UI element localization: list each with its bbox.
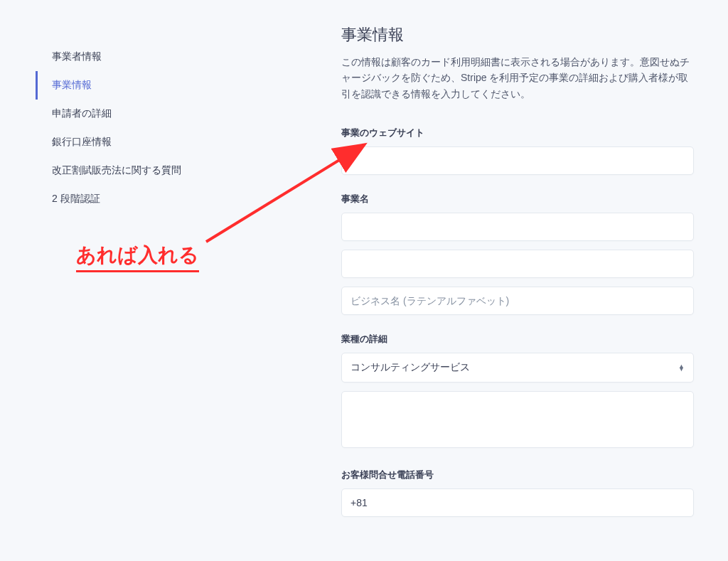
business-name-label: 事業名 bbox=[341, 193, 694, 205]
sidebar-item-label: 銀行口座情報 bbox=[52, 136, 112, 147]
business-category-value: コンサルティングサービス bbox=[350, 361, 470, 374]
sidebar-item-label: 事業情報 bbox=[52, 79, 92, 90]
sidebar-item-label: 2 段階認証 bbox=[52, 193, 100, 204]
business-name-latin-input[interactable] bbox=[341, 287, 694, 315]
page-description: この情報は顧客のカード利用明細書に表示される場合があります。意図せぬチャージバッ… bbox=[341, 54, 694, 102]
sidebar-item-business-owner[interactable]: 事業者情報 bbox=[36, 43, 320, 71]
business-description-textarea[interactable] bbox=[341, 391, 694, 448]
sidebar-item-two-factor-auth[interactable]: 2 段階認証 bbox=[36, 185, 320, 213]
business-name-secondary-input[interactable] bbox=[341, 250, 694, 278]
business-category-label: 業種の詳細 bbox=[341, 333, 694, 346]
sidebar-item-installment-law[interactable]: 改正割賦販売法に関する質問 bbox=[36, 156, 320, 185]
business-category-select[interactable]: コンサルティングサービス ▲ ▼ bbox=[341, 353, 694, 383]
sidebar-item-label: 事業者情報 bbox=[52, 50, 102, 62]
sidebar-nav: 事業者情報 事業情報 申請者の詳細 銀行口座情報 改正割賦販売法に関する質問 2… bbox=[36, 43, 320, 213]
annotation-text: あれば入れる bbox=[76, 242, 199, 272]
sidebar: 事業者情報 事業情報 申請者の詳細 銀行口座情報 改正割賦販売法に関する質問 2… bbox=[0, 14, 341, 535]
sidebar-item-business-info[interactable]: 事業情報 bbox=[36, 71, 320, 100]
chevron-updown-icon: ▲ ▼ bbox=[678, 365, 685, 371]
form-group-business-category: 業種の詳細 コンサルティングサービス ▲ ▼ bbox=[341, 333, 694, 451]
website-input[interactable] bbox=[341, 146, 694, 175]
phone-input[interactable] bbox=[341, 488, 694, 517]
sidebar-item-applicant-details[interactable]: 申請者の詳細 bbox=[36, 100, 320, 128]
sidebar-item-bank-account[interactable]: 銀行口座情報 bbox=[36, 128, 320, 156]
form-group-business-name: 事業名 bbox=[341, 193, 694, 315]
website-label: 事業のウェブサイト bbox=[341, 127, 694, 139]
business-name-input[interactable] bbox=[341, 213, 694, 241]
sidebar-item-label: 改正割賦販売法に関する質問 bbox=[52, 164, 181, 176]
phone-label: お客様問合せ電話番号 bbox=[341, 469, 694, 481]
main-content: 事業情報 この情報は顧客のカード利用明細書に表示される場合があります。意図せぬチ… bbox=[341, 14, 728, 535]
form-group-phone: お客様問合せ電話番号 bbox=[341, 469, 694, 517]
sidebar-item-label: 申請者の詳細 bbox=[52, 107, 112, 119]
page-title: 事業情報 bbox=[341, 24, 694, 46]
form-group-website: 事業のウェブサイト bbox=[341, 127, 694, 175]
